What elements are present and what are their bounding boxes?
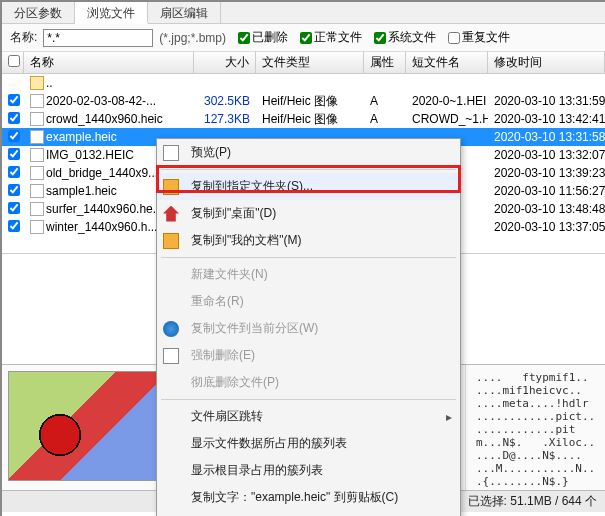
- menu-show-clusters[interactable]: 显示文件数据所占用的簇列表: [157, 430, 460, 457]
- file-short: 2020-0~1.HEI: [406, 93, 488, 109]
- menu-copy-to-folder[interactable]: 复制到指定文件夹(S)...: [157, 173, 460, 200]
- ascii-pane: .... ftypmif1.. ....mif1heicvc.. ....met…: [465, 365, 605, 490]
- chk-system[interactable]: 系统文件: [374, 29, 436, 46]
- row-checkbox[interactable]: [2, 129, 24, 146]
- table-row[interactable]: ..: [2, 74, 605, 92]
- menu-show-root-clusters[interactable]: 显示根目录占用的簇列表: [157, 457, 460, 484]
- row-checkbox[interactable]: [2, 183, 24, 200]
- menu-permanent-delete: 彻底删除文件(P): [157, 369, 460, 396]
- menu-preview[interactable]: 预览(P): [157, 139, 460, 166]
- col-mod[interactable]: 修改时间: [488, 51, 605, 74]
- col-size[interactable]: 大小: [194, 51, 256, 74]
- folder-icon: [30, 76, 44, 90]
- checkbox-icon[interactable]: [8, 55, 20, 67]
- tab-browse-files[interactable]: 浏览文件: [75, 2, 148, 24]
- checkbox-icon[interactable]: [8, 202, 20, 214]
- file-type: Heif/Heic 图像: [256, 110, 364, 129]
- col-checkbox[interactable]: [2, 52, 24, 73]
- menu-copy-text[interactable]: 复制文字："example.heic" 到剪贴板(C): [157, 484, 460, 511]
- menu-copy-current-partition: 复制文件到当前分区(W): [157, 315, 460, 342]
- row-checkbox[interactable]: [2, 93, 24, 110]
- column-headers: 名称 大小 文件类型 属性 短文件名 修改时间: [2, 52, 605, 74]
- checkbox-icon[interactable]: [374, 32, 386, 44]
- checkbox-icon[interactable]: [8, 148, 20, 160]
- menu-select-all[interactable]: 全部选择(A): [157, 511, 460, 516]
- file-mod: [488, 82, 605, 84]
- toolbar: 名称: (*.jpg;*.bmp) 已删除 正常文件 系统文件 重复文件: [2, 24, 605, 52]
- folder-icon: [163, 233, 179, 249]
- menu-rename: 重命名(R): [157, 288, 460, 315]
- file-name: 2020-02-03-08-42-...: [24, 93, 194, 110]
- file-mod: 2020-03-10 13:48:48: [488, 201, 605, 217]
- name-filter-input[interactable]: [43, 29, 153, 47]
- file-attr: [364, 82, 406, 84]
- menu-copy-docs[interactable]: 复制到"我的文档"(M): [157, 227, 460, 254]
- tab-partition-params[interactable]: 分区参数: [2, 2, 75, 23]
- checkbox-icon[interactable]: [8, 184, 20, 196]
- col-short[interactable]: 短文件名: [406, 51, 488, 74]
- file-size: 302.5KB: [194, 93, 256, 109]
- row-checkbox[interactable]: [2, 147, 24, 164]
- file-name: crowd_1440x960.heic: [24, 111, 194, 128]
- file-short: CROWD_~1.HEI: [406, 111, 488, 127]
- checkbox-icon[interactable]: [300, 32, 312, 44]
- file-icon: [30, 202, 44, 216]
- file-short: [406, 82, 488, 84]
- context-menu: 预览(P) 复制到指定文件夹(S)... 复制到"桌面"(D) 复制到"我的文档…: [156, 138, 461, 516]
- file-icon: [30, 184, 44, 198]
- file-size: [194, 82, 256, 84]
- row-checkbox[interactable]: [2, 111, 24, 128]
- row-checkbox[interactable]: [2, 219, 24, 236]
- menu-separator: [161, 169, 456, 170]
- checkbox-icon[interactable]: [8, 130, 20, 142]
- checkbox-icon[interactable]: [448, 32, 460, 44]
- file-attr: A: [364, 93, 406, 109]
- row-checkbox[interactable]: [2, 201, 24, 218]
- file-mod: 2020-03-10 13:31:59: [488, 93, 605, 109]
- file-icon: [30, 220, 44, 234]
- globe-icon: [163, 321, 179, 337]
- file-name: ..: [24, 75, 194, 92]
- file-mod: 2020-03-10 13:42:41: [488, 111, 605, 127]
- chk-repeat[interactable]: 重复文件: [448, 29, 510, 46]
- menu-force-delete: 强制删除(E): [157, 342, 460, 369]
- menu-copy-desktop[interactable]: 复制到"桌面"(D): [157, 200, 460, 227]
- file-mod: 2020-03-10 11:56:27: [488, 183, 605, 199]
- tab-sector-edit[interactable]: 扇区编辑: [148, 2, 221, 23]
- desktop-icon: [163, 206, 179, 222]
- menu-separator: [161, 257, 456, 258]
- file-type: [256, 82, 364, 84]
- file-mod: 2020-03-10 13:37:05: [488, 219, 605, 235]
- menu-separator: [161, 399, 456, 400]
- checkbox-icon[interactable]: [8, 94, 20, 106]
- status-text: 已选择: 51.1MB / 644 个: [468, 493, 597, 510]
- menu-sector-jump[interactable]: 文件扇区跳转: [157, 403, 460, 430]
- file-icon: [30, 94, 44, 108]
- file-icon: [30, 130, 44, 144]
- file-mod: 2020-03-10 13:31:58: [488, 129, 605, 145]
- table-row[interactable]: crowd_1440x960.heic127.3KBHeif/Heic 图像AC…: [2, 110, 605, 128]
- file-mod: 2020-03-10 13:32:07: [488, 147, 605, 163]
- checkbox-icon[interactable]: [238, 32, 250, 44]
- page-icon: [163, 145, 179, 161]
- table-row[interactable]: 2020-02-03-08-42-...302.5KBHeif/Heic 图像A…: [2, 92, 605, 110]
- file-mod: 2020-03-10 13:39:23: [488, 165, 605, 181]
- file-size: 127.3KB: [194, 111, 256, 127]
- file-icon: [30, 148, 44, 162]
- col-attr[interactable]: 属性: [364, 51, 406, 74]
- col-type[interactable]: 文件类型: [256, 51, 364, 74]
- checkbox-icon[interactable]: [8, 166, 20, 178]
- checkbox-icon[interactable]: [8, 112, 20, 124]
- chk-normal[interactable]: 正常文件: [300, 29, 362, 46]
- filter-hint: (*.jpg;*.bmp): [159, 31, 226, 45]
- col-name[interactable]: 名称: [24, 51, 194, 74]
- menu-new-folder: 新建文件夹(N): [157, 261, 460, 288]
- file-icon: [30, 166, 44, 180]
- file-attr: A: [364, 111, 406, 127]
- checkbox-icon[interactable]: [8, 220, 20, 232]
- row-checkbox[interactable]: [2, 82, 24, 84]
- name-label: 名称:: [10, 29, 37, 46]
- row-checkbox[interactable]: [2, 165, 24, 182]
- chk-deleted[interactable]: 已删除: [238, 29, 288, 46]
- file-icon: [30, 112, 44, 126]
